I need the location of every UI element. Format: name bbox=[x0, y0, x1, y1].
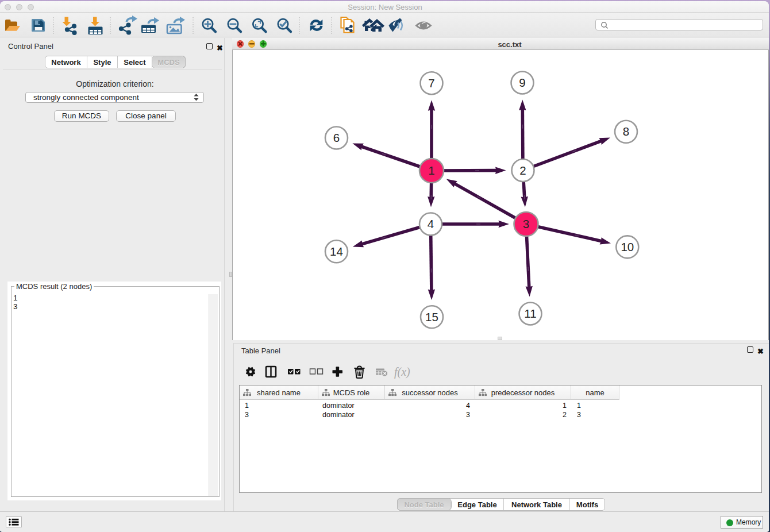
svg-text:14: 14 bbox=[330, 245, 343, 258]
svg-text:4: 4 bbox=[428, 217, 434, 230]
svg-text:15: 15 bbox=[425, 310, 438, 323]
svg-text:f(x): f(x) bbox=[394, 365, 410, 379]
svg-text:2: 2 bbox=[519, 164, 526, 177]
svg-text:10: 10 bbox=[621, 240, 634, 253]
svg-text:6: 6 bbox=[333, 131, 340, 144]
svg-text:7: 7 bbox=[428, 76, 434, 90]
svg-text:1: 1 bbox=[428, 164, 434, 177]
svg-text:9: 9 bbox=[519, 76, 525, 89]
svg-text:11: 11 bbox=[524, 307, 536, 320]
svg-text:8: 8 bbox=[623, 125, 629, 138]
svg-text:3: 3 bbox=[523, 217, 529, 230]
